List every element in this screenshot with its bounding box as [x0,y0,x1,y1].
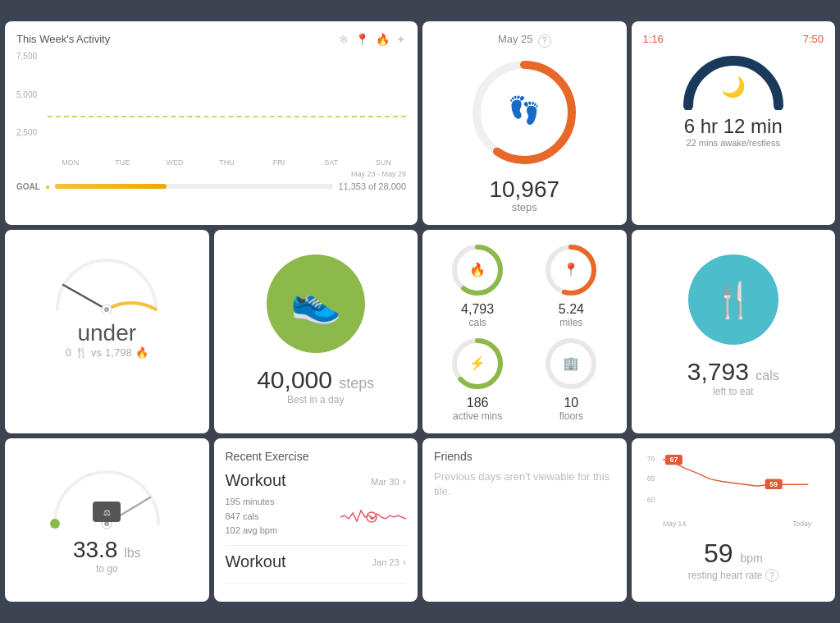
heart-value: 59 bpm [643,538,824,569]
exercise-name-1: Workout [226,471,286,490]
food-eaten: 0 [66,346,71,359]
weight-gauge: ⚖ [16,456,198,530]
heart-help-icon[interactable]: ? [765,569,778,582]
sleep-start: 1:16 [643,33,664,45]
steps-count: 10,967 [434,176,615,203]
best-label: Best in a day [226,394,407,405]
stat-miles: 📍 5.24 miles [527,241,614,328]
exercise-item-2: Workout Jan 23 › [226,552,407,584]
best-circle-svg: 👟 [258,246,373,361]
steps-ring: 👣 [434,55,615,170]
weight-value: 33.8 lbs [16,537,198,563]
exercise-cals: 847 cals [226,510,278,525]
cal-circle: 🍴 [643,246,824,353]
food-gauge-svg [45,248,168,314]
svg-text:🌙: 🌙 [721,75,746,98]
weight-gauge-svg: ⚖ [45,456,168,530]
miles-ring-svg: 📍 [542,241,600,299]
cals-ring-svg: 🔥 [449,241,506,299]
exercise-header-2: Workout Jan 23 › [226,552,407,571]
svg-text:May 14: May 14 [662,520,685,528]
stat-cals: 🔥 4,793 cals [434,241,521,328]
steps-card: May 25 ? 👣 10,967 steps [422,21,627,225]
exercise-arrow-1[interactable]: › [403,476,406,488]
fire-icon[interactable]: 🔥 [376,33,390,46]
sleep-header: 1:16 7:50 [643,33,824,45]
sleep-sub: 22 mins awake/restless [643,138,824,148]
exercise-stats-1: 195 minutes 847 cals 102 avg bpm [226,495,278,538]
sleep-card: 1:16 7:50 🌙 6 hr 12 min 22 mins awake/re… [632,21,836,225]
food-gauge [16,248,198,314]
activity-icons: ❄ 📍 🔥 ✦ [339,33,406,46]
svg-text:👣: 👣 [508,94,541,126]
svg-point-26 [50,519,60,529]
svg-point-6 [104,307,109,312]
svg-text:⚖: ⚖ [103,508,111,517]
stats-grid: 🔥 4,793 cals 📍 5.24 miles [434,241,615,422]
cal-label: left to eat [643,386,824,397]
stat-active: ⚡ 186 active mins [434,335,521,422]
sleep-hours: 6 hr 12 min [643,115,824,138]
star-icon[interactable]: ✦ [396,33,406,46]
svg-text:♥: ♥ [370,515,374,522]
miles-value: 5.24 [559,302,584,317]
fire-icon2: 🔥 [135,346,148,359]
exercise-minutes: 195 minutes [226,495,278,510]
cal-value: 3,793 cals [643,358,824,386]
heart-card: 70 65 60 67 59 May 14 Today 59 bpm resti… [632,438,836,602]
steps-date: May 25 [498,33,533,45]
food-vs: 0 🍴 vs 1,798 🔥 [16,346,198,359]
weight-label: to go [16,563,198,575]
bar-wed: WED [152,157,198,167]
fork-icon: 🍴 [75,346,88,359]
bar-sun: SUN [360,157,406,167]
chart-y-labels: 7,500 5,000 2,500 [16,52,37,167]
svg-text:59: 59 [769,480,778,488]
calories-card: 🍴 3,793 cals left to eat [632,230,836,433]
cal-circle-svg: 🍴 [680,246,787,353]
exercise-date-2: Jan 23 [372,557,399,567]
sleep-center: 6 hr 12 min 22 mins awake/restless [643,115,824,148]
heart-label: resting heart rate ? [643,569,824,582]
best-card: 👟 40,000 steps Best in a day [214,230,418,433]
goal-steps: 11,353 of 28,000 [338,181,406,191]
steps-help-icon[interactable]: ? [538,34,551,48]
exercise-bpm: 102 avg bpm [226,524,278,538]
food-vs-text: vs [91,346,102,359]
heart-unit: bpm [740,552,762,565]
food-burned: 1,798 [105,346,132,359]
snowflake-icon[interactable]: ❄ [339,33,349,46]
stat-floors: 🏢 10 floors [527,335,614,422]
exercise-card: Recent Exercise Workout Mar 30 › 195 min… [214,438,418,602]
dashboard: This Week's Activity ❄ 📍 🔥 ✦ 7,500 5,000… [0,16,840,607]
chart-bars: MON TUE WED THU FRI [48,52,406,167]
svg-text:65: 65 [646,475,655,483]
svg-text:67: 67 [669,456,678,465]
floors-value: 10 [564,396,578,410]
date-range: May 23 - May 29 [16,170,406,178]
activity-card: This Week's Activity ❄ 📍 🔥 ✦ 7,500 5,000… [5,21,418,225]
sleep-end: 7:50 [803,33,824,45]
pin-icon[interactable]: 📍 [355,33,369,46]
svg-text:60: 60 [646,496,655,504]
active-ring-svg: ⚡ [449,335,506,392]
goal-label: GOAL [16,182,40,191]
active-unit: active mins [453,410,502,422]
steps-ring-svg: 👣 [467,55,582,170]
goal-icon: ● [45,182,50,191]
heart-chart-svg: 70 65 60 67 59 May 14 Today [643,450,824,532]
active-value: 186 [467,396,489,410]
bar-sat: SAT [308,157,354,167]
exercise-details-1: 195 minutes 847 cals 102 avg bpm ♥ [226,495,407,538]
exercise-item-1: Workout Mar 30 › 195 minutes 847 cals 10… [226,471,407,546]
miles-unit: miles [559,317,582,328]
exercise-header-1: Workout Mar 30 › [226,471,407,490]
exercise-arrow-2[interactable]: › [403,557,406,568]
svg-text:Today: Today [792,520,812,528]
svg-text:🔥: 🔥 [469,262,486,277]
svg-text:📍: 📍 [563,262,579,277]
sleep-ring-svg: 🌙 [680,48,787,110]
cals-value: 4,793 [461,302,494,317]
friends-card: Friends Previous days aren't viewable fo… [422,438,627,602]
cals-unit: cals [468,317,486,328]
